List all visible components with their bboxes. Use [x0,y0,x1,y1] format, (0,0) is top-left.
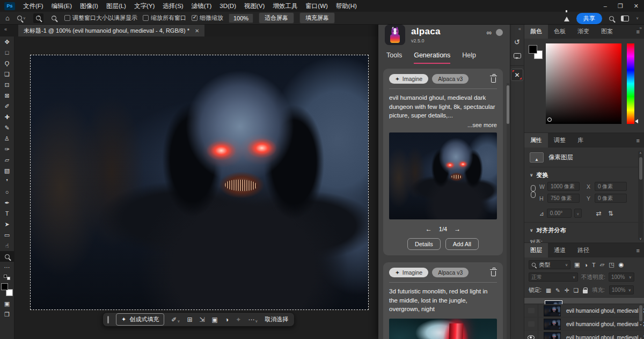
angle-input[interactable]: 0.00° [547,209,572,218]
screen-mode-button[interactable]: ❐ [0,309,14,320]
y-input[interactable]: 0 像素 [595,194,627,203]
menu-file[interactable]: 文件(F) [23,2,43,10]
lock-artboard-icon[interactable]: ❏ [573,287,578,293]
filter-shape-layers-icon[interactable]: ▱ [600,261,604,268]
lock-transparent-icon[interactable]: ▦ [546,287,551,293]
lock-pixels-icon[interactable]: ✎ [555,287,560,293]
dock-chevrons-icon[interactable]: » [640,26,642,31]
prev-arrow-icon[interactable]: ← [426,225,432,233]
menu-3d[interactable]: 3D(D) [219,3,236,9]
more-options-icon[interactable]: ⋯∨ [248,316,258,323]
menu-help[interactable]: 帮助(H) [336,2,357,10]
blend-mode-dropdown[interactable]: 正常∨ [529,272,578,282]
zoom-in-button[interactable]: + [33,13,43,23]
filter-smart-objects-icon[interactable]: ◳ [609,261,614,268]
comments-icon[interactable] [511,49,524,63]
beta-flask-icon[interactable] [564,17,569,21]
layers-scrollbar[interactable]: ∨ [638,298,643,339]
foreground-background-swatches[interactable] [529,45,543,59]
resize-windows-checkbox[interactable]: 调整窗口大小以满屏显示 [64,14,137,22]
layer-row[interactable]: evil humanoid ghoul, medieval - 3 [524,304,644,318]
scroll-up-icon[interactable]: ∧ [638,151,643,154]
layer-row-selected-partial[interactable] [524,298,644,304]
hue-slider[interactable] [627,43,634,124]
toolbar-collapse-icon[interactable]: » [4,27,7,32]
foreground-color-swatch[interactable] [1,283,8,290]
lasso-tool[interactable]: Ϙ [0,58,14,69]
history-brush-tool[interactable]: ✑ [0,144,14,154]
document-tab[interactable]: 未标题-1 @ 100% (evil humanoid ghoul, medie… [18,25,204,36]
hue-slider-handle[interactable] [635,119,638,123]
blur-tool[interactable]: ❜ [0,176,14,187]
menu-image[interactable]: 图像(I) [80,2,98,10]
canvas-artwork-ghoul[interactable] [31,55,368,309]
width-input[interactable]: 1000 像素 [547,182,580,191]
scroll-down-icon[interactable]: ∨ [638,237,643,240]
tab-libraries[interactable]: 库 [572,133,589,148]
tab-color[interactable]: 颜色 [524,24,548,39]
tab-properties[interactable]: 属性 [524,133,548,148]
menu-window[interactable]: 窗口(W) [305,2,328,10]
tab-tools[interactable]: Tools [386,51,402,64]
history-icon[interactable]: ↺ [511,35,524,49]
align-section-header[interactable]: ∨ 对齐并分布 [530,223,639,237]
hand-tool[interactable]: ☝ [0,240,14,251]
filter-switch-icon[interactable]: ◉ [619,261,624,268]
generative-fill-button[interactable]: ✦ 创成式填充 [116,313,164,326]
flip-horizontal-icon[interactable]: ⇄ [596,210,602,217]
trash-icon[interactable] [491,271,496,276]
healing-brush-tool[interactable]: ✚ [0,112,14,122]
menu-edit[interactable]: 编辑(E) [52,2,72,10]
chevron-down-icon[interactable]: ∨ [636,16,639,20]
next-arrow-icon[interactable]: → [454,225,460,233]
canvas-selection-marching-ants[interactable] [31,55,368,309]
filter-adjustment-layers-icon[interactable]: ◑ [584,262,588,268]
height-input[interactable]: 750 像素 [547,194,580,203]
tab-swatches[interactable]: 色板 [548,24,572,39]
filter-type-layers-icon[interactable]: T [592,262,596,268]
eraser-tool[interactable]: ▱ [0,154,14,165]
tab-layers[interactable]: 图层 [524,243,548,257]
brush-tool[interactable]: ✎ [0,122,14,133]
angle-dropdown-icon[interactable]: ∨ [574,209,582,218]
share-button[interactable]: 共享 [576,13,602,24]
color-cursor[interactable] [547,117,552,122]
zoom-tool-preset[interactable]: ∨ [15,14,28,21]
layer-row[interactable]: evil humanoid ghoul, medieval - 1 [524,331,644,339]
menu-view[interactable]: 视图(V) [244,2,265,10]
transform-selection-icon[interactable]: ⇲ [199,316,204,323]
foreground-background-swatches[interactable] [1,283,13,296]
gradient-tool[interactable]: ▧ [0,165,14,176]
panel-menu-icon[interactable]: ≡ [636,28,640,35]
taskbar-grip-handle[interactable] [107,316,109,323]
x-input[interactable]: 0 像素 [595,182,627,191]
minimize-icon[interactable]: – [604,3,607,9]
trash-icon[interactable] [491,77,496,83]
see-more-link[interactable]: ...see more [389,122,497,128]
workspace-icon[interactable] [621,16,629,21]
close-tab-icon[interactable]: ✕ [195,28,199,34]
transform-section-header[interactable]: ∨ 变换 [530,167,639,182]
filter-pixel-layers-icon[interactable]: ▣ [574,261,580,268]
menu-type[interactable]: 文字(Y) [134,2,155,10]
frame-tool[interactable]: ⊠ [0,90,14,101]
zoom-out-button[interactable]: − [49,13,59,23]
rectangle-tool[interactable]: ▭ [0,230,14,240]
zoom-percent-input[interactable]: 100% [229,13,253,23]
layer-row[interactable]: evil humanoid ghoul, medieval - 2 [524,318,644,331]
type-tool[interactable]: T [0,208,14,219]
eyedropper-tool[interactable]: ✐ [0,101,14,112]
generation-preview-image[interactable] [389,132,497,219]
lock-position-icon[interactable]: ✛ [565,287,569,293]
menu-select[interactable]: 选择(S) [163,2,183,10]
visibility-toggle[interactable] [524,304,538,317]
home-icon[interactable]: ⌂ [5,14,10,22]
tab-paths[interactable]: 路径 [572,243,595,257]
add-all-button[interactable]: Add All [445,238,479,250]
path-selection-tool[interactable]: ➤ [0,219,14,230]
crop-tool[interactable]: ⊡ [0,79,14,90]
invert-selection-icon[interactable]: ◑ [225,316,229,323]
object-selection-tool[interactable]: ❏ [0,69,14,79]
details-button[interactable]: Details [407,238,441,250]
lock-all-icon[interactable] [583,290,588,293]
